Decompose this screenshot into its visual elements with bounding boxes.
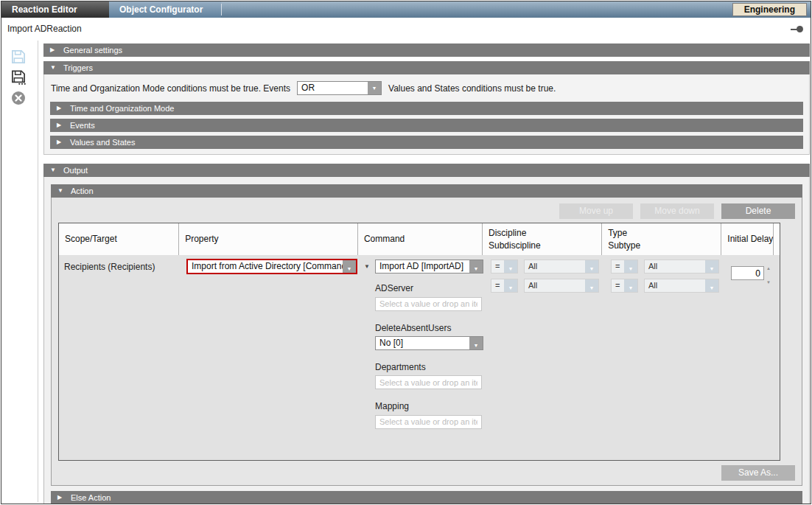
engineering-mode-badge[interactable]: Engineering [732,3,807,16]
deleteabsentusers-dropdown[interactable]: No [0] [375,336,483,350]
section-general-settings[interactable]: General settings [43,43,810,57]
dropdown-arrow-icon[interactable] [368,82,381,94]
subtype-value: All [645,279,705,292]
section-label: Action [71,187,94,195]
events-operator-dropdown[interactable]: OR [297,81,382,95]
command-expander-icon[interactable] [364,263,375,270]
param-label-adserver: ADServer [375,283,482,293]
section-label: Time and Organization Mode [70,104,174,113]
initial-delay-spinner[interactable] [764,260,773,287]
subtype-value-dropdown[interactable]: All [644,279,719,293]
app-window: Reaction Editor Object Configurator Engi… [1,1,811,504]
cell-initial-delay [725,255,777,460]
move-up-button[interactable]: Move up [559,203,633,219]
section-label: Else Action [71,493,111,502]
subtype-operator: = [612,279,624,292]
dropdown-arrow-icon[interactable] [585,279,598,292]
cell-scope-target: Recipients (Recipients) [59,255,180,460]
triggers-panel: Time and Organization Mode conditions mu… [43,74,810,155]
cell-property: Import from Active Directory [Commands. [180,255,360,460]
table-header-row: Scope/Target Property Command Discipline… [59,223,780,255]
discipline-operator-dropdown[interactable]: = [491,260,518,274]
dropdown-arrow-icon[interactable] [705,260,718,273]
save-as-icon[interactable] [11,70,26,85]
param-label-departments: Departments [375,362,482,372]
save-icon[interactable] [11,49,26,64]
delete-button[interactable]: Delete [721,203,795,219]
subdiscipline-operator: = [491,279,504,292]
section-label: Triggers [63,63,93,72]
col-header-stub [774,223,780,255]
adserver-input[interactable] [375,297,482,311]
col-header-property: Property [179,223,358,255]
dropdown-arrow-icon[interactable] [504,279,517,292]
section-action[interactable]: Action [51,184,802,198]
table-row: Recipients (Recipients) Import from Acti… [59,255,780,460]
dropdown-arrow-icon[interactable] [469,260,483,273]
scope-target-value: Recipients (Recipients) [59,255,180,272]
section-triggers[interactable]: Triggers [43,61,810,74]
col-header-type: Type Subtype [602,223,721,255]
expand-arrow-icon [57,119,70,132]
type-operator: = [612,260,624,273]
trigger-condition-row: Time and Organization Mode conditions mu… [44,74,809,102]
close-icon[interactable] [11,91,26,105]
mapping-input[interactable] [375,415,482,429]
expand-arrow-icon [57,491,71,504]
pin-icon[interactable] [791,26,803,32]
section-label: General settings [63,46,122,55]
spinner-up-icon[interactable] [766,260,771,273]
left-toolbar [1,41,38,502]
section-label: Output [63,166,88,175]
dropdown-arrow-icon[interactable] [585,260,598,273]
discipline-value: All [525,260,585,273]
cell-stub [777,255,780,460]
expand-arrow-icon [50,43,63,57]
col-header-discipline: Discipline Subdiscipline [483,223,602,255]
section-output[interactable]: Output [43,164,810,177]
dropdown-arrow-icon[interactable] [504,260,517,273]
discipline-value-dropdown[interactable]: All [524,260,599,274]
dropdown-arrow-icon[interactable] [343,260,356,273]
section-values-and-states[interactable]: Values and States [50,136,803,149]
subdiscipline-value-dropdown[interactable]: All [524,279,599,293]
type-value-dropdown[interactable]: All [644,260,719,274]
condition-text-before: Time and Organization Mode conditions mu… [51,83,290,94]
main-content: General settings Triggers Time and Organ… [43,43,810,504]
departments-input[interactable] [375,375,482,389]
section-time-organization-mode[interactable]: Time and Organization Mode [50,102,803,115]
property-value: Import from Active Directory [Commands. [188,260,343,273]
cell-discipline: = All = [485,255,605,460]
dropdown-arrow-icon[interactable] [624,279,637,292]
tab-reaction-editor[interactable]: Reaction Editor [1,1,109,18]
type-operator-dropdown[interactable]: = [611,260,638,274]
dropdown-arrow-icon[interactable] [705,279,718,292]
cell-command: Import AD [ImportAD] ADServer DeleteAbse… [360,255,485,460]
tab-separator [221,4,222,15]
col-header-scope-target: Scope/Target [59,223,179,255]
tab-object-configurator[interactable]: Object Configurator [109,1,221,18]
subtype-operator-dropdown[interactable]: = [611,279,638,293]
command-parameters: ADServer DeleteAbsentUsers No [0] Depart… [375,283,482,429]
initial-delay-input[interactable] [731,266,764,280]
action-button-row: Move up Move down Delete [58,201,795,223]
dropdown-arrow-icon[interactable] [624,260,637,273]
property-dropdown[interactable]: Import from Active Directory [Commands. [187,260,357,274]
save-as-row: Save As... [58,465,795,481]
page-title: Import ADReaction [7,24,82,34]
command-dropdown[interactable]: Import AD [ImportAD] [375,260,483,274]
spinner-down-icon[interactable] [766,274,771,287]
dropdown-arrow-icon[interactable] [469,337,483,349]
section-else-action[interactable]: Else Action [51,491,802,504]
section-label: Events [70,121,95,130]
section-events[interactable]: Events [50,119,803,132]
type-value: All [645,260,705,273]
param-label-mapping: Mapping [375,401,482,411]
top-tab-bar: Reaction Editor Object Configurator Engi… [1,1,811,18]
subdiscipline-operator-dropdown[interactable]: = [491,279,518,293]
output-panel: Action Move up Move down Delete Scope/Ta… [43,177,810,504]
save-as-button[interactable]: Save As... [721,465,795,481]
move-down-button[interactable]: Move down [640,203,714,219]
col-header-command: Command [358,223,483,255]
expand-arrow-icon [57,136,70,149]
